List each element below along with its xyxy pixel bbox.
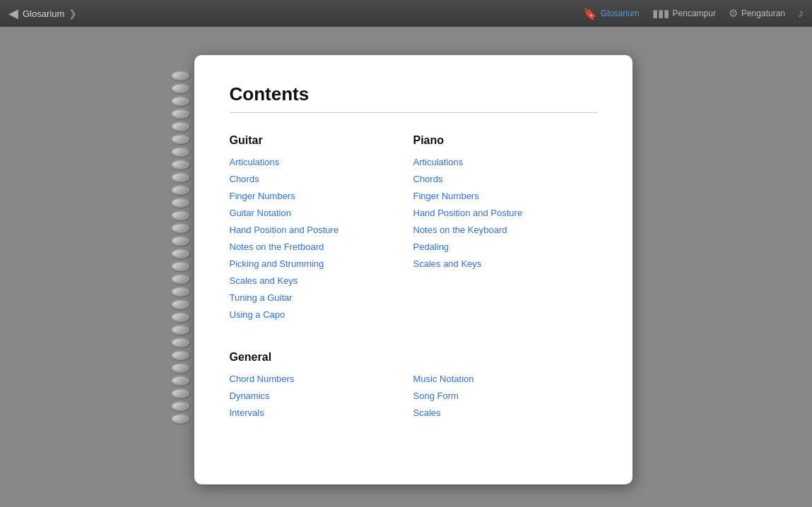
spiral-ring bbox=[171, 71, 189, 80]
spiral-ring bbox=[171, 172, 189, 182]
nav-glosarium-label: Glosarium bbox=[601, 8, 640, 18]
spiral-ring bbox=[171, 363, 189, 373]
spiral-ring bbox=[171, 121, 189, 131]
section-general: General Chord Numbers Dynamics Intervals… bbox=[230, 351, 597, 424]
spiral-ring bbox=[171, 223, 189, 233]
music-icon: ♪ bbox=[798, 7, 804, 20]
guitar-picking-link[interactable]: Picking and Strumming bbox=[230, 258, 413, 269]
general-heading: General bbox=[230, 351, 597, 364]
spiral-binding bbox=[167, 69, 193, 425]
mixer-icon: ▮▮▮ bbox=[652, 7, 669, 20]
col-general-1: Chord Numbers Dynamics Intervals bbox=[230, 374, 413, 424]
contents-heading: Contents bbox=[230, 83, 597, 105]
back-button[interactable]: ◀ bbox=[8, 6, 18, 21]
piano-notes-keyboard-link[interactable]: Notes on the Keyboard bbox=[413, 225, 597, 235]
spiral-ring bbox=[171, 274, 189, 284]
spiral-ring bbox=[171, 109, 189, 119]
spiral-ring bbox=[171, 185, 189, 195]
guitar-heading: Guitar bbox=[230, 134, 413, 147]
guitar-notes-fretboard-link[interactable]: Notes on the Fretboard bbox=[230, 241, 413, 252]
nav-pencampur-label: Pencampur bbox=[673, 8, 716, 18]
spiral-ring bbox=[171, 261, 189, 271]
spiral-ring bbox=[171, 249, 189, 258]
nav-pencampur[interactable]: ▮▮▮ Pencampur bbox=[652, 7, 716, 20]
nav-music[interactable]: ♪ bbox=[798, 7, 804, 20]
spiral-ring bbox=[171, 312, 189, 322]
col-general-2: Music Notation Song Form Scales bbox=[413, 374, 597, 424]
spiral-ring bbox=[171, 414, 189, 424]
topbar: ◀ Glosarium ❯ 🔖 Glosarium ▮▮▮ Pencampur … bbox=[0, 0, 812, 27]
general-intervals-link[interactable]: Intervals bbox=[230, 407, 413, 418]
general-columns: Chord Numbers Dynamics Intervals Music N… bbox=[230, 374, 597, 424]
spiral-ring bbox=[171, 134, 189, 144]
spiral-ring bbox=[171, 160, 189, 169]
topbar-title: Glosarium bbox=[23, 8, 64, 19]
spiral-ring bbox=[171, 287, 189, 297]
nav-pengaturan-label: Pengaturan bbox=[741, 8, 785, 18]
piano-pedaling-link[interactable]: Pedaling bbox=[413, 241, 597, 252]
topbar-right: 🔖 Glosarium ▮▮▮ Pencampur ⚙ Pengaturan ♪ bbox=[583, 7, 804, 20]
spiral-ring bbox=[171, 83, 189, 93]
spiral-ring bbox=[171, 147, 189, 157]
spiral-ring bbox=[171, 299, 189, 309]
guitar-scales-keys-link[interactable]: Scales and Keys bbox=[230, 275, 413, 286]
piano-hand-position-link[interactable]: Hand Position and Posture bbox=[413, 208, 597, 218]
spiral-ring bbox=[171, 338, 189, 347]
col-guitar: Guitar Articulations Chords Finger Numbe… bbox=[230, 134, 413, 326]
topbar-chevron-icon: ❯ bbox=[69, 8, 77, 19]
nav-pengaturan[interactable]: ⚙ Pengaturan bbox=[729, 7, 785, 20]
piano-scales-keys-link[interactable]: Scales and Keys bbox=[413, 258, 597, 269]
spiral-ring bbox=[171, 388, 189, 398]
general-chord-numbers-link[interactable]: Chord Numbers bbox=[230, 374, 413, 384]
piano-chords-link[interactable]: Chords bbox=[413, 174, 597, 184]
nav-glosarium[interactable]: 🔖 Glosarium bbox=[583, 7, 640, 20]
notebook-page: Contents Guitar Articulations Chords Fin… bbox=[194, 55, 632, 484]
guitar-notation-link[interactable]: Guitar Notation bbox=[230, 208, 413, 218]
spiral-ring bbox=[171, 401, 189, 411]
guitar-capo-link[interactable]: Using a Capo bbox=[230, 309, 413, 320]
guitar-articulations-link[interactable]: Articulations bbox=[230, 157, 413, 167]
piano-articulations-link[interactable]: Articulations bbox=[413, 157, 597, 167]
general-dynamics-link[interactable]: Dynamics bbox=[230, 390, 413, 401]
spiral-ring bbox=[171, 376, 189, 386]
piano-finger-numbers-link[interactable]: Finger Numbers bbox=[413, 191, 597, 201]
guitar-chords-link[interactable]: Chords bbox=[230, 174, 413, 184]
col-piano: Piano Articulations Chords Finger Number… bbox=[413, 134, 597, 326]
bookmark-icon: 🔖 bbox=[583, 7, 597, 20]
guitar-tuning-link[interactable]: Tuning a Guitar bbox=[230, 292, 413, 303]
main-area: Contents Guitar Articulations Chords Fin… bbox=[0, 27, 812, 507]
guitar-piano-columns: Guitar Articulations Chords Finger Numbe… bbox=[230, 134, 597, 326]
topbar-left: ◀ Glosarium ❯ bbox=[8, 6, 77, 21]
gear-icon: ⚙ bbox=[729, 7, 738, 20]
spiral-ring bbox=[171, 325, 189, 335]
notebook-wrapper: Contents Guitar Articulations Chords Fin… bbox=[180, 55, 632, 484]
spiral-ring bbox=[171, 96, 189, 106]
spiral-ring bbox=[171, 198, 189, 208]
divider bbox=[230, 112, 597, 113]
piano-heading: Piano bbox=[413, 134, 597, 147]
spiral-ring bbox=[171, 210, 189, 220]
spiral-ring bbox=[171, 236, 189, 246]
spiral-ring bbox=[171, 350, 189, 360]
section-guitar-piano: Guitar Articulations Chords Finger Numbe… bbox=[230, 134, 597, 326]
guitar-finger-numbers-link[interactable]: Finger Numbers bbox=[230, 191, 413, 201]
general-scales-link[interactable]: Scales bbox=[413, 407, 597, 418]
guitar-hand-position-link[interactable]: Hand Position and Posture bbox=[230, 225, 413, 235]
general-music-notation-link[interactable]: Music Notation bbox=[413, 374, 597, 384]
general-song-form-link[interactable]: Song Form bbox=[413, 390, 597, 401]
